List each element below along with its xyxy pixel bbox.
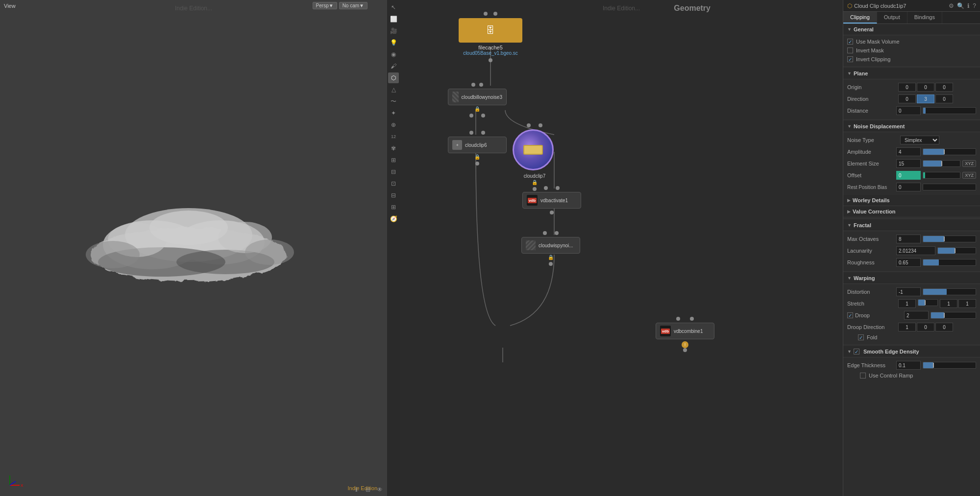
info-icon-bottom[interactable]: ℹ — [351, 484, 362, 495]
droop-dir-val2[interactable] — [917, 323, 934, 331]
render-icon[interactable]: ◉ — [388, 49, 399, 60]
node-cloudclip7[interactable]: cloudclip7 🔒 — [513, 122, 557, 192]
offset-container: XYZ — [896, 171, 976, 180]
box-select-icon[interactable]: ⬜ — [388, 14, 399, 24]
direction-z[interactable] — [935, 94, 953, 103]
curve-icon[interactable]: 〜 — [388, 96, 399, 107]
element-size-val[interactable] — [896, 159, 921, 168]
gear-icon[interactable]: ⚙ — [949, 2, 954, 9]
noise-section-header[interactable]: ▼ Noise Displacement — [843, 121, 980, 132]
rest-pos-slider[interactable] — [923, 184, 976, 190]
droop-val[interactable] — [904, 311, 929, 320]
camera-icon[interactable]: 🎥 — [388, 25, 399, 36]
amplitude-slider[interactable] — [923, 148, 976, 155]
droop-dir-val1[interactable] — [898, 323, 916, 331]
smooth-edge-checkbox[interactable]: ✓ — [854, 349, 859, 354]
edge-thickness-val[interactable] — [896, 361, 921, 370]
rest-pos-val[interactable] — [896, 183, 921, 191]
droop-dir-val3[interactable] — [935, 323, 953, 331]
help-icon-panel[interactable]: ? — [973, 2, 976, 9]
use-control-ramp-checkbox[interactable] — [860, 373, 866, 378]
max-octaves-val[interactable] — [896, 235, 921, 243]
paint-icon[interactable]: 🖌 — [388, 61, 399, 71]
mesh-icon[interactable]: △ — [388, 84, 399, 95]
node-filecache5[interactable]: 🗄 filecache5 cloud05Base_v1.bgeo.sc — [459, 11, 522, 63]
value-correction-header[interactable]: ▶ Value Correction — [843, 206, 980, 217]
amplitude-val[interactable] — [896, 147, 921, 156]
select-icon[interactable]: ↖ — [388, 2, 399, 13]
persp-button[interactable]: Persp▼ — [313, 2, 337, 9]
direction-x[interactable] — [898, 94, 916, 103]
invert-mask-row: Invert Mask — [843, 46, 980, 55]
use-mask-volume-checkbox[interactable]: ✓ — [847, 39, 853, 45]
wires-icon[interactable]: ⊟ — [388, 166, 399, 177]
compass-icon[interactable]: 🧭 — [388, 213, 399, 224]
element-size-xyz[interactable]: XYZ — [962, 160, 976, 167]
node-cloudwispynoise[interactable]: cloudwispynoi... 🔒 — [521, 230, 580, 267]
general-section-header[interactable]: ▼ General — [843, 24, 980, 35]
mag-icon[interactable]: ⊡ — [388, 178, 399, 189]
droop-slider[interactable] — [931, 312, 976, 319]
roughness-val[interactable] — [896, 258, 921, 267]
search-icon-panel[interactable]: 🔍 — [957, 2, 964, 9]
offset-val[interactable] — [896, 171, 921, 180]
node-cloudclip6[interactable]: ✦ cloudclip6 🔒 — [448, 130, 507, 166]
pose-icon[interactable]: ✦ — [388, 108, 399, 118]
distortion-slider[interactable] — [923, 288, 976, 295]
grid-icon-bottom[interactable]: ⊞ — [363, 484, 373, 495]
tab-clipping[interactable]: Clipping — [843, 12, 877, 24]
distortion-val[interactable] — [896, 287, 921, 296]
worley-section-header[interactable]: ▶ Worley Details — [843, 195, 980, 206]
max-octaves-slider[interactable] — [923, 236, 976, 242]
invert-clipping-row: ✓ Invert Clipping — [843, 55, 980, 64]
node-icon[interactable]: ⬡ — [388, 72, 399, 83]
stretch-val3[interactable] — [958, 299, 976, 308]
stretch-val2[interactable] — [940, 299, 957, 308]
node-vdbcombine1[interactable]: vdb vdbcombine1 ! — [464, 316, 843, 353]
fold-checkbox[interactable]: ✓ — [858, 334, 864, 340]
vex-icon[interactable]: 12 — [388, 131, 399, 142]
distance-slider[interactable] — [923, 107, 976, 114]
roughness-slider[interactable] — [923, 259, 976, 266]
node-cloudbillowynoise3[interactable]: cloudbillowynoise3 🔒 — [448, 82, 507, 118]
direction-y[interactable] — [917, 94, 934, 103]
lacunarity-slider[interactable] — [937, 247, 976, 254]
distance-val[interactable] — [896, 106, 921, 115]
info-icon-panel[interactable]: ℹ — [967, 2, 970, 9]
origin-z[interactable] — [935, 83, 953, 92]
fur-icon[interactable]: ⊞ — [388, 155, 399, 165]
noise-title: Noise Displacement — [854, 123, 905, 129]
lacunarity-val[interactable] — [896, 246, 935, 255]
droop-checkbox[interactable]: ✓ — [847, 312, 853, 318]
worley-title: Worley Details — [853, 197, 890, 203]
warping-section-header[interactable]: ▼ Warping — [843, 273, 980, 284]
noise-type-select[interactable]: Simplex Perlin Worley — [900, 136, 939, 144]
sculpt-icon[interactable]: ✾ — [388, 143, 399, 154]
fractal-section-header[interactable]: ▼ Fractal — [843, 220, 980, 231]
conn-bottom2 — [481, 114, 485, 118]
cc7-top — [527, 123, 531, 127]
cam-button[interactable]: No cam▼ — [339, 2, 368, 9]
origin-y[interactable] — [917, 83, 934, 92]
plane-section-header[interactable]: ▼ Plane — [843, 68, 980, 79]
rivet-icon[interactable]: ⊕ — [388, 119, 399, 130]
stretch-val1[interactable] — [898, 299, 916, 308]
eye-icon-bottom[interactable]: 👁 — [374, 484, 385, 495]
invert-clipping-checkbox[interactable]: ✓ — [847, 56, 853, 62]
origin-x[interactable] — [898, 83, 916, 92]
stretch-slider[interactable] — [918, 299, 938, 306]
rest-pos-container — [896, 183, 976, 191]
filecache-icon: 🗄 — [486, 25, 495, 36]
tab-output[interactable]: Output — [877, 12, 907, 24]
snap-icon[interactable]: ⊟ — [388, 190, 399, 201]
node-vdbactivate1[interactable]: vdb vdbactivate1 — [522, 185, 581, 215]
element-size-slider[interactable] — [923, 160, 960, 167]
smooth-edge-header[interactable]: ▼ ✓ Smooth Edge Density — [843, 346, 980, 357]
tab-bindings[interactable]: Bindings — [907, 12, 942, 24]
grid2-icon[interactable]: ⊞ — [388, 202, 399, 213]
offset-xyz[interactable]: XYZ — [962, 172, 976, 179]
edge-thickness-slider[interactable] — [923, 362, 976, 369]
invert-mask-checkbox[interactable] — [847, 47, 853, 53]
light-icon[interactable]: 💡 — [388, 37, 399, 48]
offset-slider[interactable] — [923, 172, 960, 179]
